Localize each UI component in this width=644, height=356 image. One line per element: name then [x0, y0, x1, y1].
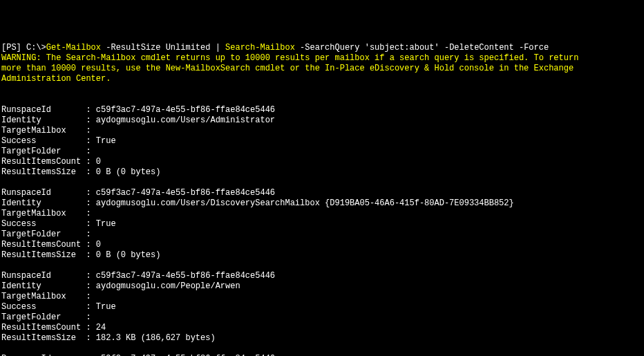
cmd-args-2: -SearchQuery 'subject:about' -DeleteCont… [295, 43, 549, 53]
terminal-output[interactable]: [PS] C:\>Get-Mailbox -ResultSize Unlimit… [1, 43, 643, 356]
prompt-prefix: [PS] C:\> [1, 43, 46, 53]
warning-line: more than 10000 results, use the New-Mai… [1, 64, 574, 73]
result-records: RunspaceId : c59f3ac7-497a-4e55-bf86-ffa… [1, 95, 643, 356]
warning-line: Administration Center. [1, 74, 111, 84]
warning-line: WARNING: The Search-Mailbox cmdlet retur… [1, 53, 578, 63]
cmdlet-1: Get-Mailbox [46, 43, 101, 53]
cmdlet-2: Search-Mailbox [225, 43, 295, 53]
cmd-args-1: -ResultSize Unlimited | [101, 43, 225, 53]
